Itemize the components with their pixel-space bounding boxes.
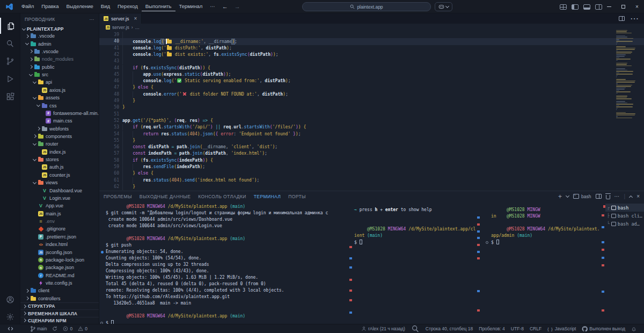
- status-utf-8[interactable]: UTF-8: [511, 326, 524, 331]
- code-line-61[interactable]: 61 res.status(404).send('index.html not …: [99, 177, 644, 184]
- tree-item-.gitignore[interactable]: .gitignore: [20, 225, 99, 233]
- copilot-button[interactable]: [435, 2, 452, 11]
- tree-item-Dashboard.vue[interactable]: VDashboard.vue: [20, 186, 99, 194]
- code-line-44[interactable]: 44 if (fs.existsSync(distPath)) {: [99, 65, 644, 71]
- minimap[interactable]: [616, 28, 639, 128]
- panel-tab-ПОРТЫ[interactable]: ПОРТЫ: [288, 194, 306, 199]
- menu-Терминал[interactable]: Терминал: [175, 2, 207, 11]
- kill-terminal-icon[interactable]: [606, 195, 610, 199]
- tree-item-api[interactable]: api: [20, 78, 99, 86]
- tree-item-components[interactable]: components: [20, 133, 99, 140]
- tree-item-counter.js[interactable]: JScounter.js: [20, 171, 99, 179]
- code-line-43[interactable]: 43: [99, 58, 644, 64]
- code-line-57[interactable]: 57 const indexPath = path.join(distPath,…: [99, 150, 644, 157]
- restore-button[interactable]: [616, 0, 630, 13]
- menu-Выполнить[interactable]: Выполнить: [142, 2, 175, 11]
- code-line-46[interactable]: 46 console.log(' Static serving enabled …: [99, 78, 644, 84]
- toggle-sidebar-left-icon[interactable]: [572, 4, 579, 10]
- close-panel-icon[interactable]: ×: [636, 193, 640, 199]
- toggle-sidebar-right-icon[interactable]: [595, 4, 602, 10]
- terminal-left[interactable]: @MS1028 MINGW64 /d/MySite/plaintext.app …: [106, 201, 347, 324]
- code-line-39[interactable]: 39: [99, 32, 644, 38]
- menu-Файл[interactable]: Файл: [18, 2, 38, 11]
- tree-item-.vscode[interactable]: .vscode: [20, 48, 99, 55]
- nav-forward-arrow[interactable]: →: [231, 3, 244, 10]
- editor-more-icon[interactable]: ⋯: [630, 13, 639, 24]
- toggle-panel-icon[interactable]: [583, 4, 590, 10]
- tree-item-views[interactable]: views: [20, 179, 99, 186]
- tree-item-webfonts[interactable]: webfonts: [20, 125, 99, 132]
- status-remote[interactable]: [8, 326, 13, 331]
- code-line-59[interactable]: 59 res.sendFile(indexPath);: [99, 164, 644, 170]
- menu-Вид[interactable]: Вид: [97, 2, 114, 11]
- tree-item-admin[interactable]: admin: [20, 40, 99, 47]
- status-0[interactable]: 0: [78, 326, 87, 331]
- tree-item-src[interactable]: src: [20, 71, 99, 78]
- new-terminal-icon[interactable]: +: [558, 193, 562, 200]
- tree-item-fontawesome-all.min.css[interactable]: #fontawesome-all.min.css: [20, 110, 99, 117]
- code-line-42[interactable]: 42 console.log(' dist exists:', fs.exist…: [99, 52, 644, 58]
- status-search[interactable]: [411, 324, 420, 333]
- panel-tab-ПРОБЛЕМЫ[interactable]: ПРОБЛЕМЫ: [104, 194, 132, 199]
- menu-⋯[interactable]: ⋯: [206, 2, 219, 11]
- status-0[interactable]: 0: [63, 326, 72, 331]
- tree-item-main.css[interactable]: #main.css: [20, 117, 99, 125]
- tree-item-router[interactable]: router: [20, 140, 99, 148]
- settings-icon[interactable]: [0, 309, 20, 325]
- code-line-54[interactable]: 54 return res.status(404).json({ error: …: [99, 131, 644, 137]
- terminal-tab-bash cli…[interactable]: ├bash cli…: [605, 212, 644, 220]
- menu-Правка[interactable]: Правка: [38, 2, 62, 11]
- tree-item-App.vue[interactable]: VApp.vue: [20, 202, 99, 209]
- code-line-48[interactable]: 48 console.error(' dist folder NOT FOUND…: [99, 91, 644, 98]
- status-пробелов[interactable]: Пробелов: 4: [479, 326, 505, 331]
- panel-tab-ТЕРМИНАЛ[interactable]: ТЕРМИНАЛ: [254, 194, 281, 199]
- extensions-icon[interactable]: [0, 89, 20, 105]
- code-line-41[interactable]: 41 console.log(' distPath:', distPath);: [99, 45, 644, 52]
- tree-item-public[interactable]: public: [20, 63, 99, 70]
- terminal-right[interactable]: @MS1028 MINGWin @MS1028 MINGW @MS1028 MI…: [491, 201, 598, 324]
- close-tab-icon[interactable]: ×: [134, 16, 137, 21]
- split-editor-icon[interactable]: [619, 16, 625, 21]
- status-javascript[interactable]: { }JavaScript: [547, 326, 576, 331]
- close-button[interactable]: ×: [630, 0, 644, 13]
- tree-item-.prettierrc.json[interactable]: P.prettierrc.json: [20, 233, 99, 241]
- status-sync[interactable]: [52, 326, 57, 331]
- tree-item-main.js[interactable]: JSmain.js: [20, 210, 99, 218]
- run-debug-icon[interactable]: [0, 71, 20, 87]
- search-icon[interactable]: [0, 35, 20, 52]
- tree-item-.env[interactable]: ≡.env: [20, 218, 99, 225]
- code-line-40[interactable]: 40 console.log(' __dirname:', __dirname)…: [99, 38, 644, 45]
- menu-Выделение[interactable]: Выделение: [62, 2, 97, 11]
- status-ralex[interactable]: rAlex (21 ч назад): [361, 326, 405, 331]
- code-line-47[interactable]: 47 } else {: [99, 84, 644, 91]
- project-root-header[interactable]: PLAINTEXT.APP: [20, 25, 99, 33]
- tree-item-axios.js[interactable]: JSaxios.js: [20, 86, 99, 94]
- tree-item-package-lock.json[interactable]: npackage-lock.json: [20, 256, 99, 264]
- status-main[interactable]: main: [31, 326, 47, 332]
- source-control-icon[interactable]: [0, 53, 20, 69]
- tree-item-index.js[interactable]: JSindex.js: [20, 148, 99, 156]
- panel-more-icon[interactable]: ⋯: [614, 193, 620, 199]
- terminal-middle[interactable]: → press h + enter to show help @MS1028 M…: [354, 201, 475, 324]
- sidebar-section-1[interactable]: СТРУКТУРА: [20, 302, 99, 309]
- tree-item-index.html[interactable]: <>index.html: [20, 241, 99, 248]
- customize-layout-icon[interactable]: [560, 4, 567, 10]
- tab-server-js[interactable]: JS server.js ×: [99, 13, 142, 24]
- code-line-49[interactable]: 49 }: [99, 98, 644, 104]
- tree-item-client[interactable]: client: [20, 287, 99, 294]
- code-line-58[interactable]: 58 if (fs.existsSync(indexPath)) {: [99, 157, 644, 164]
- sidebar-more-icon[interactable]: ⋯: [90, 17, 95, 22]
- status-выполнен[interactable]: Выполнен выход: [582, 326, 625, 332]
- command-center-search[interactable]: plaintext.app: [302, 2, 431, 11]
- status-crlf[interactable]: CRLF: [530, 326, 541, 331]
- code-line-52[interactable]: 52app.get('/{*path}', (req, res) => {: [99, 118, 644, 124]
- status-строка[interactable]: Строка 40, столбец 18: [426, 326, 473, 331]
- terminal-profile-button[interactable]: bash: [573, 194, 591, 199]
- tree-item-jsconfig.json[interactable]: JSjsconfig.json: [20, 248, 99, 256]
- tree-item-controllers[interactable]: controllers: [20, 295, 99, 302]
- tree-item-Login.vue[interactable]: VLogin.vue: [20, 194, 99, 202]
- minimize-button[interactable]: [602, 0, 616, 13]
- terminal-profile-chevron-icon[interactable]: [566, 194, 569, 198]
- tree-item-.vscode[interactable]: .vscode: [20, 32, 99, 40]
- tree-item-auth.js[interactable]: JSauth.js: [20, 163, 99, 171]
